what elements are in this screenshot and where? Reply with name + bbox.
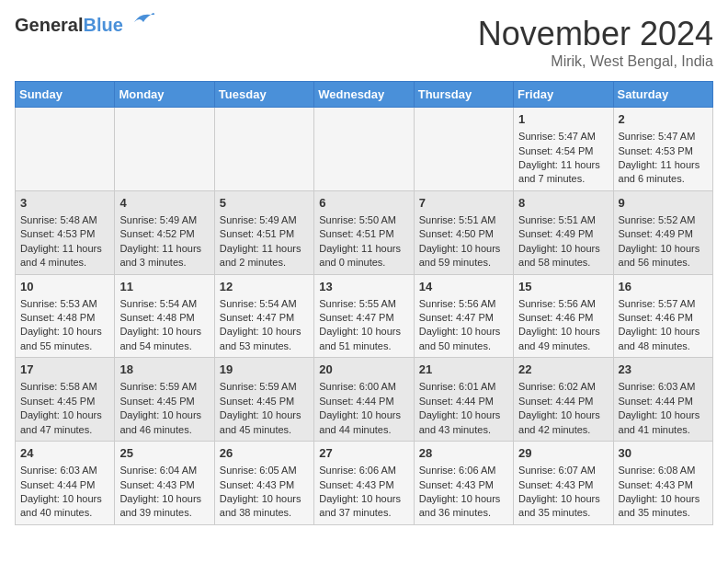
day-info: Sunrise: 5:52 AM: [619, 213, 708, 227]
day-info: and 3 minutes.: [119, 256, 209, 270]
day-info: Daylight: 11 hours: [119, 242, 209, 256]
day-info: and 39 minutes.: [119, 506, 209, 520]
day-number: 13: [319, 279, 408, 295]
day-info: and 50 minutes.: [419, 339, 508, 353]
day-info: and 41 minutes.: [619, 423, 708, 437]
day-info: Sunset: 4:43 PM: [319, 478, 408, 492]
day-info: Daylight: 10 hours: [619, 325, 708, 339]
day-info: and 38 minutes.: [220, 506, 309, 520]
calendar-table: SundayMondayTuesdayWednesdayThursdayFrid…: [15, 81, 713, 525]
day-info: Sunrise: 6:04 AM: [119, 464, 209, 477]
calendar-week-row: 1Sunrise: 5:47 AMSunset: 4:54 PMDaylight…: [16, 108, 713, 191]
day-info: Sunset: 4:53 PM: [20, 227, 109, 241]
day-info: and 49 minutes.: [518, 339, 608, 353]
day-info: Daylight: 11 hours: [518, 158, 608, 172]
day-info: Daylight: 10 hours: [119, 408, 209, 422]
day-info: Daylight: 10 hours: [20, 492, 109, 506]
title-block: November 2024 Mirik, West Bengal, India: [478, 15, 713, 70]
logo-bird-icon: [125, 11, 154, 31]
day-info: and 42 minutes.: [518, 423, 608, 437]
calendar-cell: 3Sunrise: 5:48 AMSunset: 4:53 PMDaylight…: [16, 190, 115, 274]
day-number: 5: [220, 195, 309, 212]
day-info: Sunset: 4:47 PM: [220, 311, 309, 325]
day-info: Sunset: 4:43 PM: [220, 478, 309, 492]
day-number: 15: [518, 279, 608, 295]
calendar-cell: 9Sunrise: 5:52 AMSunset: 4:49 PMDaylight…: [613, 190, 712, 274]
calendar-cell: 13Sunrise: 5:55 AMSunset: 4:47 PMDayligh…: [314, 274, 414, 358]
logo-blue: Blue: [83, 15, 122, 35]
calendar-cell: 1Sunrise: 5:47 AMSunset: 4:54 PMDaylight…: [514, 108, 613, 191]
day-info: Sunrise: 5:51 AM: [419, 213, 508, 227]
day-info: Daylight: 10 hours: [319, 492, 408, 506]
calendar-cell: 2Sunrise: 5:47 AMSunset: 4:53 PMDaylight…: [613, 108, 712, 191]
day-info: and 43 minutes.: [419, 423, 508, 437]
calendar-cell: 16Sunrise: 5:57 AMSunset: 4:46 PMDayligh…: [613, 274, 712, 358]
day-info: and 0 minutes.: [319, 256, 408, 270]
calendar-cell: 24Sunrise: 6:03 AMSunset: 4:44 PMDayligh…: [16, 442, 115, 525]
calendar-cell: 8Sunrise: 5:51 AMSunset: 4:49 PMDaylight…: [514, 190, 613, 274]
day-number: 28: [419, 445, 508, 462]
day-info: Sunrise: 6:06 AM: [319, 464, 408, 477]
day-info: Daylight: 10 hours: [518, 492, 608, 506]
weekday-header-row: SundayMondayTuesdayWednesdayThursdayFrid…: [16, 82, 713, 108]
day-info: Daylight: 10 hours: [419, 408, 508, 422]
logo-general: General: [15, 15, 83, 35]
calendar-cell: 6Sunrise: 5:50 AMSunset: 4:51 PMDaylight…: [314, 190, 414, 274]
day-number: 17: [20, 362, 109, 378]
day-info: Sunrise: 5:54 AM: [220, 297, 309, 311]
day-info: Sunset: 4:48 PM: [119, 311, 209, 325]
day-info: Sunrise: 6:03 AM: [20, 464, 109, 477]
calendar-week-row: 17Sunrise: 5:58 AMSunset: 4:45 PMDayligh…: [16, 358, 713, 442]
weekday-header-thursday: Thursday: [414, 82, 513, 108]
day-info: and 48 minutes.: [619, 339, 708, 353]
calendar-cell: 4Sunrise: 5:49 AMSunset: 4:52 PMDaylight…: [115, 190, 214, 274]
day-info: Daylight: 10 hours: [619, 408, 708, 422]
logo: GeneralBlue: [15, 15, 154, 35]
day-info: Sunset: 4:49 PM: [619, 227, 708, 241]
weekday-header-sunday: Sunday: [16, 82, 115, 108]
day-info: Sunset: 4:43 PM: [619, 478, 708, 492]
day-info: Sunset: 4:49 PM: [518, 227, 608, 241]
day-number: 29: [518, 445, 608, 462]
day-info: Daylight: 10 hours: [119, 492, 209, 506]
calendar-cell: 14Sunrise: 5:56 AMSunset: 4:47 PMDayligh…: [414, 274, 513, 358]
day-info: Daylight: 10 hours: [20, 408, 109, 422]
calendar-cell: 5Sunrise: 5:49 AMSunset: 4:51 PMDaylight…: [214, 190, 313, 274]
day-info: Sunset: 4:47 PM: [319, 311, 408, 325]
day-info: Sunrise: 6:05 AM: [220, 464, 309, 477]
day-info: Daylight: 10 hours: [419, 242, 508, 256]
day-info: and 56 minutes.: [619, 256, 708, 270]
day-info: Daylight: 11 hours: [20, 242, 109, 256]
calendar-cell: 21Sunrise: 6:01 AMSunset: 4:44 PMDayligh…: [414, 358, 513, 442]
day-info: Daylight: 10 hours: [518, 408, 608, 422]
day-info: Sunrise: 5:56 AM: [518, 297, 608, 311]
day-info: Sunset: 4:44 PM: [20, 478, 109, 492]
day-info: and 46 minutes.: [119, 423, 209, 437]
day-number: 4: [119, 195, 209, 212]
weekday-header-tuesday: Tuesday: [214, 82, 313, 108]
day-info: Daylight: 10 hours: [220, 492, 309, 506]
calendar-cell: 23Sunrise: 6:03 AMSunset: 4:44 PMDayligh…: [613, 358, 712, 442]
calendar-cell: 22Sunrise: 6:02 AMSunset: 4:44 PMDayligh…: [514, 358, 613, 442]
day-info: Sunset: 4:52 PM: [119, 227, 209, 241]
day-info: and 35 minutes.: [619, 506, 708, 520]
day-number: 7: [419, 195, 508, 212]
day-info: Sunrise: 5:50 AM: [319, 213, 408, 227]
day-info: Sunrise: 5:54 AM: [119, 297, 209, 311]
weekday-header-wednesday: Wednesday: [314, 82, 414, 108]
day-number: 8: [518, 195, 608, 212]
day-info: Sunset: 4:51 PM: [220, 227, 309, 241]
day-number: 22: [518, 362, 608, 378]
location: Mirik, West Bengal, India: [478, 53, 713, 70]
day-info: and 2 minutes.: [220, 256, 309, 270]
day-number: 27: [319, 445, 408, 462]
day-info: Sunrise: 5:47 AM: [518, 130, 608, 144]
day-number: 14: [419, 279, 508, 295]
day-info: Daylight: 10 hours: [419, 325, 508, 339]
day-info: and 51 minutes.: [319, 339, 408, 353]
day-info: Sunset: 4:47 PM: [419, 311, 508, 325]
day-info: Sunset: 4:44 PM: [518, 395, 608, 408]
day-number: 9: [619, 195, 708, 212]
day-info: Daylight: 10 hours: [220, 408, 309, 422]
day-number: 10: [20, 279, 109, 295]
